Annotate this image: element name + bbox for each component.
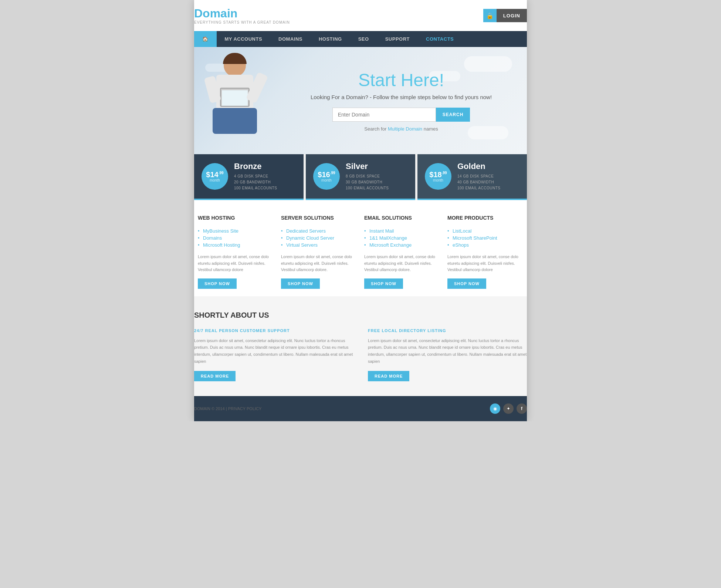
list-item[interactable]: Dedicated Servers: [281, 227, 357, 234]
web-hosting-title: WEB HOSTING: [198, 215, 274, 222]
feature-col-web-hosting: WEB HOSTING MyBusiness Site Domains Micr…: [194, 215, 277, 289]
bronze-feature-3: 100 EMAIL ACCOUNTS: [234, 185, 296, 191]
silver-feature-2: 30 GB BANDWIDTH: [346, 179, 408, 185]
logo-rest: omain: [203, 7, 237, 20]
hero-subtitle: Looking For a Domain? - Follow the simpl…: [283, 94, 519, 100]
bronze-per: month: [210, 178, 220, 182]
silver-name: Silver: [346, 162, 408, 171]
golden-feature-3: 100 EMAIL ACCOUNTS: [457, 185, 519, 191]
about-directory-read-more-btn[interactable]: READ MORE: [368, 371, 409, 381]
silver-feature-3: 100 EMAIL ACCOUNTS: [346, 185, 408, 191]
hero-multiple-text: Search for Multiple Domain names: [283, 126, 519, 132]
logo-letter: D: [194, 7, 203, 20]
bronze-bar: [194, 199, 304, 200]
silver-price: $16.99: [318, 171, 335, 178]
logo-tagline: Everything starts with a great domain: [194, 20, 290, 24]
more-products-list: ListLocal Microsoft SharePoint eShops: [447, 227, 523, 249]
server-solutions-shop-btn[interactable]: SHOP NOW: [281, 278, 320, 289]
features-section: WEB HOSTING MyBusiness Site Domains Micr…: [194, 200, 527, 296]
domain-search-input[interactable]: [332, 108, 436, 122]
golden-name: Golden: [457, 162, 519, 171]
hero-content: Start Here! Looking For a Domain? - Foll…: [275, 59, 527, 143]
list-item[interactable]: eShops: [447, 241, 523, 249]
silver-per: month: [321, 178, 332, 182]
more-products-shop-btn[interactable]: SHOP NOW: [447, 278, 486, 289]
logo[interactable]: Domain: [194, 7, 290, 20]
list-item[interactable]: Dynamic Cloud Server: [281, 234, 357, 241]
golden-feature-1: 14 GB DISK SPACE: [457, 173, 519, 179]
list-item[interactable]: Virtual Servers: [281, 241, 357, 249]
login-button[interactable]: LOGIN: [497, 9, 527, 22]
feature-col-server-solutions: SERVER SOLUTIONS Dedicated Servers Dynam…: [277, 215, 360, 289]
footer-copyright: DOMAIN © 2014 | PRIVACY POLICY: [194, 406, 261, 411]
nav-item-contacts[interactable]: CONTACTS: [418, 31, 462, 47]
email-solutions-title: EMAIL SOLUTIONS: [364, 215, 440, 222]
pricing-section: $14.99 month Bronze 4 GB DISK SPACE 20 G…: [194, 154, 527, 200]
list-item[interactable]: Microsoft Hosting: [198, 241, 274, 249]
feature-col-more-products: MORE PRODUCTS ListLocal Microsoft ShareP…: [444, 215, 527, 289]
bronze-price: $14.99: [206, 171, 223, 178]
bronze-feature-2: 20 GB BANDWIDTH: [234, 179, 296, 185]
silver-feature-1: 8 GB DISK SPACE: [346, 173, 408, 179]
list-item[interactable]: MyBusiness Site: [198, 227, 274, 234]
list-item[interactable]: Microsoft SharePoint: [447, 234, 523, 241]
list-item[interactable]: Domains: [198, 234, 274, 241]
multiple-domain-link[interactable]: Multiple Domain: [388, 126, 422, 132]
silver-price-circle: $16.99 month: [313, 163, 340, 190]
list-item[interactable]: ListLocal: [447, 227, 523, 234]
about-directory-title: FREE LOCAL DIRECTORY LISTING: [368, 328, 527, 333]
hero-title: Start Here!: [283, 70, 519, 90]
list-item[interactable]: Instant Mail: [364, 227, 440, 234]
server-solutions-list: Dedicated Servers Dynamic Cloud Server V…: [281, 227, 357, 249]
nav-item-support[interactable]: SUPPORT: [377, 31, 418, 47]
about-support-text: Lorem ipsum dolor sit amet, consectetur …: [194, 337, 353, 365]
web-hosting-desc: Lorem ipsum dolor sit amet, conse dolo e…: [198, 254, 274, 273]
silver-info: Silver 8 GB DISK SPACE 30 GB BANDWIDTH 1…: [346, 162, 408, 191]
more-products-desc: Lorem ipsum dolor sit amet, conse dolo e…: [447, 254, 523, 273]
email-solutions-shop-btn[interactable]: SHOP NOW: [364, 278, 403, 289]
about-section: SHORTLY ABOUT US 24/7 REAL PERSON CUSTOM…: [194, 296, 527, 396]
golden-feature-2: 40 GB BANDWIDTH: [457, 179, 519, 185]
golden-price-circle: $18.99 month: [425, 163, 451, 190]
hero-person: [194, 47, 275, 154]
about-col-directory: FREE LOCAL DIRECTORY LISTING Lorem ipsum…: [368, 328, 527, 381]
feature-col-email-solutions: EMAIL SOLUTIONS Instant Mail 1&1 MailXch…: [360, 215, 444, 289]
plan-silver: $16.99 month Silver 8 GB DISK SPACE 30 G…: [306, 154, 415, 200]
nav-item-hosting[interactable]: HOSTING: [311, 31, 350, 47]
login-area: 🔒 LOGIN: [483, 9, 527, 22]
web-hosting-list: MyBusiness Site Domains Microsoft Hostin…: [198, 227, 274, 249]
rss-icon[interactable]: ◉: [490, 403, 500, 414]
server-solutions-title: SERVER SOLUTIONS: [281, 215, 357, 222]
nav-item-home[interactable]: 🏠: [194, 31, 217, 47]
nav-item-my-accounts[interactable]: MY ACCOUNTS: [217, 31, 271, 47]
golden-price: $18.99: [429, 171, 447, 178]
list-item[interactable]: Microsoft Exchange: [364, 241, 440, 249]
twitter-icon[interactable]: ✦: [503, 403, 514, 414]
golden-info: Golden 14 GB DISK SPACE 40 GB BANDWIDTH …: [457, 162, 519, 191]
social-icons: ◉ ✦ f: [490, 403, 527, 414]
about-title: SHORTLY ABOUT US: [194, 311, 527, 320]
lock-icon: 🔒: [483, 9, 497, 22]
nav-item-seo[interactable]: SEO: [350, 31, 377, 47]
header: Domain Everything starts with a great do…: [194, 0, 527, 31]
plan-bronze: $14.99 month Bronze 4 GB DISK SPACE 20 G…: [194, 154, 304, 200]
about-directory-text: Lorem ipsum dolor sit amet, consectetur …: [368, 337, 527, 365]
about-col-support: 24/7 REAL PERSON CUSTOMER SUPPORT Lorem …: [194, 328, 353, 381]
plan-golden: $18.99 month Golden 14 GB DISK SPACE 40 …: [417, 154, 527, 200]
list-item[interactable]: 1&1 MailXchange: [364, 234, 440, 241]
web-hosting-shop-btn[interactable]: SHOP NOW: [198, 278, 237, 289]
bronze-feature-1: 4 GB DISK SPACE: [234, 173, 296, 179]
email-solutions-desc: Lorem ipsum dolor sit amet, conse dolo e…: [364, 254, 440, 273]
bronze-price-circle: $14.99 month: [202, 163, 228, 190]
bronze-info: Bronze 4 GB DISK SPACE 20 GB BANDWIDTH 1…: [234, 162, 296, 191]
silver-bar: [306, 199, 415, 200]
golden-bar: [417, 199, 527, 200]
search-button[interactable]: SEARCH: [436, 108, 470, 122]
logo-area: Domain Everything starts with a great do…: [194, 7, 290, 24]
server-solutions-desc: Lorem ipsum dolor sit amet, conse dolo e…: [281, 254, 357, 273]
bronze-name: Bronze: [234, 162, 296, 171]
about-support-read-more-btn[interactable]: READ MORE: [194, 371, 236, 381]
nav-item-domains[interactable]: DOMAINS: [270, 31, 311, 47]
hero-search: SEARCH: [283, 108, 519, 122]
facebook-icon[interactable]: f: [517, 403, 527, 414]
